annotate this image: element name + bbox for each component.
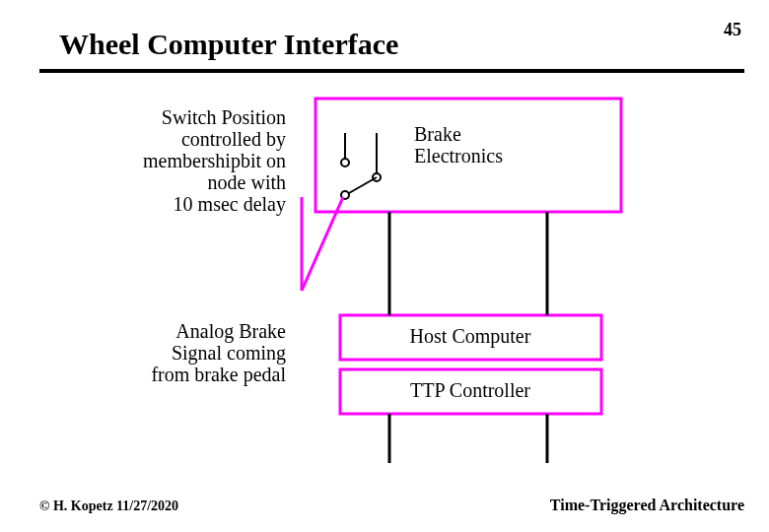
diagram bbox=[0, 0, 769, 532]
host-computer-label: Host Computer bbox=[367, 325, 574, 347]
brake-electronics-label: Brake Electronics bbox=[414, 123, 503, 166]
slide: Wheel Computer Interface 45 Switch Posit… bbox=[0, 0, 769, 532]
ttp-controller-label: TTP Controller bbox=[367, 379, 574, 401]
switch-blade bbox=[349, 177, 377, 193]
footer-left: © H. Kopetz 11/27/2020 bbox=[39, 499, 178, 514]
switch-contact-upper bbox=[341, 159, 349, 166]
footer-right: Time-Triggered Architecture bbox=[550, 497, 744, 514]
